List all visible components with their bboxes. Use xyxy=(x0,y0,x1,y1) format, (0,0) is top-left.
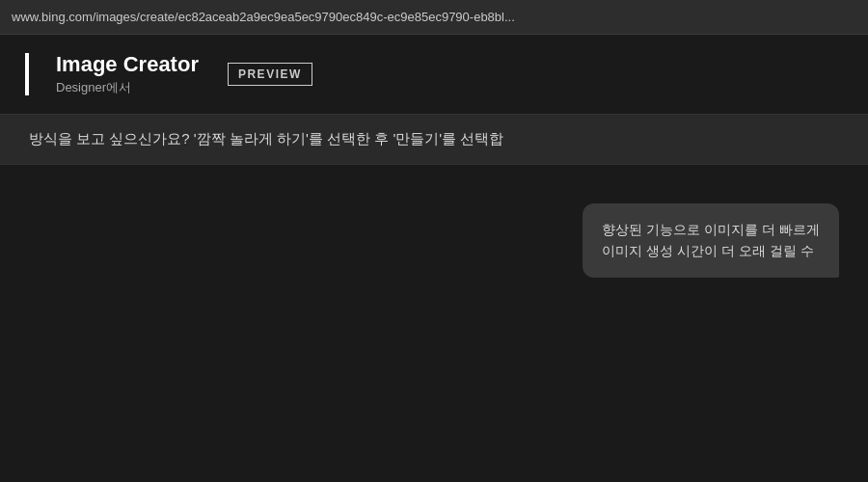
header: Image Creator Designer에서 PREVIEW xyxy=(0,35,868,115)
main-content: 향상된 기능으로 이미지를 더 빠르게 이미지 생성 시간이 더 오래 걸릴 수 xyxy=(0,165,868,482)
app-subtitle: Designer에서 xyxy=(56,79,199,96)
chat-line-1: 향상된 기능으로 이미지를 더 빠르게 xyxy=(602,222,820,237)
chat-bubble-text: 향상된 기능으로 이미지를 더 빠르게 이미지 생성 시간이 더 오래 걸릴 수 xyxy=(602,219,820,262)
preview-badge: PREVIEW xyxy=(228,63,312,86)
chat-bubble: 향상된 기능으로 이미지를 더 빠르게 이미지 생성 시간이 더 오래 걸릴 수 xyxy=(583,203,839,278)
header-accent-bar xyxy=(25,53,29,95)
address-bar: www.bing.com/images/create/ec82aceab2a9e… xyxy=(0,0,868,35)
chat-bubble-container: 향상된 기능으로 이미지를 더 빠르게 이미지 생성 시간이 더 오래 걸릴 수 xyxy=(29,203,839,278)
app-title: Image Creator xyxy=(56,52,199,77)
notification-banner: 방식을 보고 싶으신가요? '깜짝 놀라게 하기'를 선택한 후 '만들기'를 … xyxy=(0,115,868,165)
header-title-block: Image Creator Designer에서 xyxy=(56,52,199,96)
chat-line-2: 이미지 생성 시간이 더 오래 걸릴 수 xyxy=(602,243,813,258)
banner-text: 방식을 보고 싶으신가요? '깜짝 놀라게 하기'를 선택한 후 '만들기'를 … xyxy=(29,130,503,147)
url-text: www.bing.com/images/create/ec82aceab2a9e… xyxy=(12,10,515,24)
